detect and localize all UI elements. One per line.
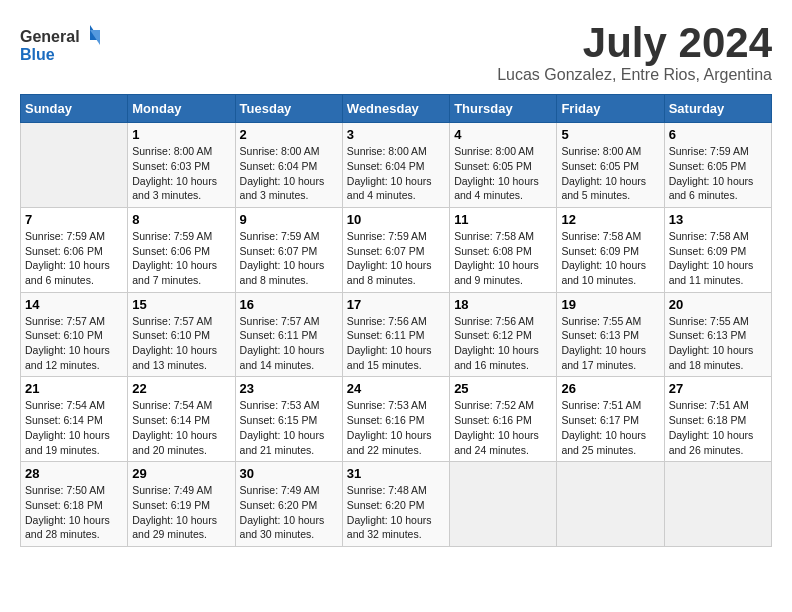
calendar-cell [450,462,557,547]
day-info: Sunrise: 7:58 AMSunset: 6:09 PMDaylight:… [669,229,767,288]
day-info: Sunrise: 7:57 AMSunset: 6:11 PMDaylight:… [240,314,338,373]
day-number: 11 [454,212,552,227]
day-info: Sunrise: 8:00 AMSunset: 6:03 PMDaylight:… [132,144,230,203]
day-info: Sunrise: 7:49 AMSunset: 6:20 PMDaylight:… [240,483,338,542]
day-number: 7 [25,212,123,227]
calendar-cell: 5Sunrise: 8:00 AMSunset: 6:05 PMDaylight… [557,123,664,208]
calendar-cell: 28Sunrise: 7:50 AMSunset: 6:18 PMDayligh… [21,462,128,547]
calendar-cell: 25Sunrise: 7:52 AMSunset: 6:16 PMDayligh… [450,377,557,462]
day-number: 23 [240,381,338,396]
calendar-cell [557,462,664,547]
day-number: 27 [669,381,767,396]
calendar-cell: 24Sunrise: 7:53 AMSunset: 6:16 PMDayligh… [342,377,449,462]
day-number: 12 [561,212,659,227]
calendar-cell: 2Sunrise: 8:00 AMSunset: 6:04 PMDaylight… [235,123,342,208]
day-number: 22 [132,381,230,396]
day-info: Sunrise: 7:51 AMSunset: 6:18 PMDaylight:… [669,398,767,457]
day-number: 8 [132,212,230,227]
calendar-table: SundayMondayTuesdayWednesdayThursdayFrid… [20,94,772,547]
calendar-cell: 16Sunrise: 7:57 AMSunset: 6:11 PMDayligh… [235,292,342,377]
day-number: 5 [561,127,659,142]
day-info: Sunrise: 7:59 AMSunset: 6:07 PMDaylight:… [347,229,445,288]
calendar-cell [21,123,128,208]
calendar-header-row: SundayMondayTuesdayWednesdayThursdayFrid… [21,95,772,123]
calendar-cell: 27Sunrise: 7:51 AMSunset: 6:18 PMDayligh… [664,377,771,462]
day-info: Sunrise: 7:55 AMSunset: 6:13 PMDaylight:… [561,314,659,373]
day-number: 28 [25,466,123,481]
day-info: Sunrise: 7:59 AMSunset: 6:07 PMDaylight:… [240,229,338,288]
day-info: Sunrise: 7:57 AMSunset: 6:10 PMDaylight:… [25,314,123,373]
day-info: Sunrise: 7:55 AMSunset: 6:13 PMDaylight:… [669,314,767,373]
svg-text:Blue: Blue [20,46,55,63]
day-info: Sunrise: 7:48 AMSunset: 6:20 PMDaylight:… [347,483,445,542]
day-number: 15 [132,297,230,312]
day-number: 16 [240,297,338,312]
calendar-cell: 19Sunrise: 7:55 AMSunset: 6:13 PMDayligh… [557,292,664,377]
header-day-wednesday: Wednesday [342,95,449,123]
calendar-cell: 20Sunrise: 7:55 AMSunset: 6:13 PMDayligh… [664,292,771,377]
day-number: 3 [347,127,445,142]
logo-svg: General Blue [20,20,100,70]
svg-text:General: General [20,28,80,45]
calendar-cell: 15Sunrise: 7:57 AMSunset: 6:10 PMDayligh… [128,292,235,377]
day-info: Sunrise: 7:54 AMSunset: 6:14 PMDaylight:… [25,398,123,457]
calendar-cell: 26Sunrise: 7:51 AMSunset: 6:17 PMDayligh… [557,377,664,462]
location-title: Lucas Gonzalez, Entre Rios, Argentina [497,66,772,84]
day-number: 18 [454,297,552,312]
day-info: Sunrise: 7:54 AMSunset: 6:14 PMDaylight:… [132,398,230,457]
calendar-cell: 13Sunrise: 7:58 AMSunset: 6:09 PMDayligh… [664,207,771,292]
calendar-week-1: 1Sunrise: 8:00 AMSunset: 6:03 PMDaylight… [21,123,772,208]
day-number: 31 [347,466,445,481]
day-number: 13 [669,212,767,227]
calendar-cell: 14Sunrise: 7:57 AMSunset: 6:10 PMDayligh… [21,292,128,377]
calendar-cell: 1Sunrise: 8:00 AMSunset: 6:03 PMDaylight… [128,123,235,208]
calendar-cell: 31Sunrise: 7:48 AMSunset: 6:20 PMDayligh… [342,462,449,547]
calendar-week-3: 14Sunrise: 7:57 AMSunset: 6:10 PMDayligh… [21,292,772,377]
calendar-week-2: 7Sunrise: 7:59 AMSunset: 6:06 PMDaylight… [21,207,772,292]
calendar-week-4: 21Sunrise: 7:54 AMSunset: 6:14 PMDayligh… [21,377,772,462]
header-day-saturday: Saturday [664,95,771,123]
day-info: Sunrise: 7:56 AMSunset: 6:12 PMDaylight:… [454,314,552,373]
calendar-cell: 8Sunrise: 7:59 AMSunset: 6:06 PMDaylight… [128,207,235,292]
day-number: 24 [347,381,445,396]
calendar-cell: 22Sunrise: 7:54 AMSunset: 6:14 PMDayligh… [128,377,235,462]
day-number: 25 [454,381,552,396]
header-day-tuesday: Tuesday [235,95,342,123]
header-day-sunday: Sunday [21,95,128,123]
day-number: 10 [347,212,445,227]
day-info: Sunrise: 8:00 AMSunset: 6:05 PMDaylight:… [454,144,552,203]
day-number: 26 [561,381,659,396]
calendar-cell: 21Sunrise: 7:54 AMSunset: 6:14 PMDayligh… [21,377,128,462]
day-number: 4 [454,127,552,142]
day-number: 6 [669,127,767,142]
day-number: 9 [240,212,338,227]
day-info: Sunrise: 7:52 AMSunset: 6:16 PMDaylight:… [454,398,552,457]
day-info: Sunrise: 7:49 AMSunset: 6:19 PMDaylight:… [132,483,230,542]
calendar-cell: 11Sunrise: 7:58 AMSunset: 6:08 PMDayligh… [450,207,557,292]
calendar-cell [664,462,771,547]
month-title: July 2024 [497,20,772,66]
day-number: 19 [561,297,659,312]
day-number: 14 [25,297,123,312]
day-info: Sunrise: 7:59 AMSunset: 6:06 PMDaylight:… [132,229,230,288]
header-day-monday: Monday [128,95,235,123]
day-number: 17 [347,297,445,312]
calendar-cell: 12Sunrise: 7:58 AMSunset: 6:09 PMDayligh… [557,207,664,292]
day-info: Sunrise: 7:58 AMSunset: 6:08 PMDaylight:… [454,229,552,288]
day-number: 30 [240,466,338,481]
calendar-cell: 10Sunrise: 7:59 AMSunset: 6:07 PMDayligh… [342,207,449,292]
day-number: 1 [132,127,230,142]
day-number: 20 [669,297,767,312]
day-info: Sunrise: 8:00 AMSunset: 6:04 PMDaylight:… [347,144,445,203]
logo: General Blue [20,20,100,74]
calendar-cell: 4Sunrise: 8:00 AMSunset: 6:05 PMDaylight… [450,123,557,208]
day-info: Sunrise: 7:56 AMSunset: 6:11 PMDaylight:… [347,314,445,373]
calendar-cell: 9Sunrise: 7:59 AMSunset: 6:07 PMDaylight… [235,207,342,292]
header-day-thursday: Thursday [450,95,557,123]
header: General Blue July 2024 Lucas Gonzalez, E… [20,20,772,84]
day-number: 29 [132,466,230,481]
calendar-cell: 23Sunrise: 7:53 AMSunset: 6:15 PMDayligh… [235,377,342,462]
calendar-cell: 17Sunrise: 7:56 AMSunset: 6:11 PMDayligh… [342,292,449,377]
day-info: Sunrise: 8:00 AMSunset: 6:04 PMDaylight:… [240,144,338,203]
day-info: Sunrise: 7:58 AMSunset: 6:09 PMDaylight:… [561,229,659,288]
